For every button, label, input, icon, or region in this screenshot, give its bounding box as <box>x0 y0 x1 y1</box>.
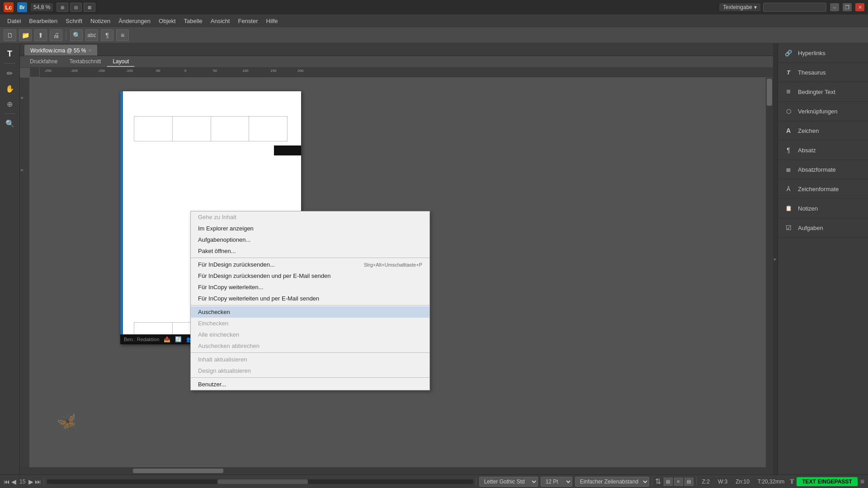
menu-datei[interactable]: Datei <box>4 16 24 26</box>
zoom-tool[interactable]: 🔍 <box>3 117 17 130</box>
menu-hilfe[interactable]: Hilfe <box>263 16 282 26</box>
new-file-button[interactable]: 🗋 <box>4 29 16 41</box>
panel-item-hyperlinks[interactable]: Hyperlinks <box>778 43 868 63</box>
canvas-main-area: -250 -200 -150 -100 -50 0 50 100 150 200… <box>20 68 773 474</box>
bottom-scroll-thumb[interactable] <box>217 479 308 484</box>
panel-item-zeichenformate[interactable]: Zeichenformate <box>778 179 868 199</box>
open-button[interactable]: 📁 <box>19 29 32 41</box>
ctx-label: Auschecken <box>198 309 230 315</box>
sub-tab-layout[interactable]: Layout <box>107 57 134 67</box>
ctx-gehe-zu-inhalt[interactable]: Gehe zu Inhalt <box>191 211 429 223</box>
menu-aenderungen[interactable]: Änderungen <box>115 16 154 26</box>
sub-tab-textabschnitt[interactable]: Textabschnitt <box>64 57 106 67</box>
last-page-button[interactable]: ⏭ <box>35 478 41 485</box>
zoom-display[interactable]: 54,8 % <box>31 3 53 11</box>
ctx-fuer-incopy-weiter[interactable]: Für InCopy weiterleiten... <box>191 282 429 293</box>
left-tool-panel: T ✏ ✋ ⊕ 🔍 <box>0 43 20 474</box>
ctx-fuer-indesign-zurueck[interactable]: Für InDesign zurücksenden... Strg+Alt+Um… <box>191 259 429 270</box>
context-menu: Gehe zu Inhalt Im Explorer anzeigen Aufg… <box>190 211 430 390</box>
menu-tabelle[interactable]: Tabelle <box>180 16 206 26</box>
bottom-hscroll[interactable] <box>47 479 473 484</box>
left-separator-2 <box>5 113 15 114</box>
scrollbar-thumb-h[interactable] <box>133 469 223 473</box>
panel-item-zeichen[interactable]: Zeichen <box>778 121 868 141</box>
pencil-tool[interactable]: ✏ <box>3 66 17 80</box>
vertical-scrollbar[interactable] <box>766 78 773 467</box>
search-button[interactable]: 🔍 <box>70 29 83 41</box>
align-left-button[interactable]: ▤ <box>664 478 673 486</box>
ctx-separator-4 <box>191 377 429 378</box>
canvas-scroll-area[interactable]: Ben.: Redaktion 📤 🔄 👥 🦋 Gehe zu Inhalt <box>30 78 766 467</box>
ctx-label: Für InDesign zurücksenden und per E-Mail… <box>198 272 330 279</box>
prev-page-button[interactable]: ◀ <box>11 478 16 485</box>
align-center-button[interactable]: ≡ <box>674 478 683 486</box>
view-mode-btn-3[interactable]: ⊠ <box>84 3 95 12</box>
statusbar-settings-icon[interactable]: ≡ <box>860 478 864 486</box>
text-tool[interactable]: T <box>3 47 17 61</box>
texteingabe-label: Texteingabe <box>723 4 752 10</box>
status-z: Z:2 <box>699 478 712 486</box>
ctx-fuer-indesign-mail[interactable]: Für InDesign zurücksenden und per E-Mail… <box>191 270 429 282</box>
menu-schrift[interactable]: Schrift <box>62 16 86 26</box>
print-button[interactable]: 🖨 <box>50 29 62 41</box>
font-size-dropdown[interactable]: 12 Pt <box>541 477 572 487</box>
font-family-dropdown[interactable]: Letter Gothic Std <box>479 477 538 487</box>
panel-item-verknuepfungen[interactable]: Verknüpfungen <box>778 102 868 121</box>
ctx-benutzer[interactable]: Benutzer... <box>191 379 429 390</box>
conditional-icon <box>783 87 793 97</box>
line-spacing-dropdown[interactable]: Einfacher Zeilenabstand <box>575 477 649 487</box>
right-panel: Hyperlinks Thesaurus Bedingter Text Verk… <box>778 43 868 474</box>
ctx-separator-2 <box>191 305 429 305</box>
doc-footer-icon-2: 🔄 <box>175 336 182 343</box>
ctx-aufgabenoptionen[interactable]: Aufgabenoptionen... <box>191 234 429 245</box>
view-mode-btn-1[interactable]: ⊞ <box>57 3 68 12</box>
status-sep-3 <box>652 478 652 486</box>
menu-notizen[interactable]: Notizen <box>87 16 114 26</box>
first-page-button[interactable]: ⏮ <box>4 478 10 485</box>
status-sep-1 <box>44 478 44 486</box>
tab-close-icon[interactable]: × <box>89 48 91 53</box>
scrollbar-thumb-v[interactable] <box>767 79 772 106</box>
paragraph-button[interactable]: ¶ <box>101 29 113 41</box>
panel-item-thesaurus[interactable]: Thesaurus <box>778 63 868 82</box>
align-button[interactable]: ≡ <box>116 29 129 41</box>
align-right-button[interactable]: ▤ <box>684 478 693 486</box>
next-page-button[interactable]: ▶ <box>28 478 33 485</box>
bridge-icon[interactable]: Br <box>17 2 27 12</box>
menu-objekt[interactable]: Objekt <box>155 16 179 26</box>
minimize-button[interactable]: – <box>830 3 839 11</box>
ruler-label-n200: -200 <box>71 69 78 73</box>
close-button[interactable]: ✕ <box>855 3 864 11</box>
upload-button[interactable]: ⬆ <box>34 29 47 41</box>
ctx-auschecken[interactable]: Auschecken <box>191 306 429 318</box>
hand-tool[interactable]: ✋ <box>3 82 17 95</box>
search-input[interactable] <box>763 3 826 12</box>
ctx-im-explorer[interactable]: Im Explorer anzeigen <box>191 223 429 234</box>
menu-ansicht[interactable]: Ansicht <box>207 16 234 26</box>
ruler-label-n50: -50 <box>155 69 160 73</box>
dropdown-arrow-icon: ▾ <box>754 4 757 10</box>
horizontal-scrollbar[interactable] <box>20 467 766 474</box>
panel-item-absatzformate[interactable]: Absatzformate <box>778 160 868 179</box>
menu-fenster[interactable]: Fenster <box>234 16 261 26</box>
active-tab[interactable]: Workflow.icma @ 55 % × <box>24 45 97 56</box>
view-mode-btn-2[interactable]: ⊟ <box>70 3 82 12</box>
panel-item-absatz[interactable]: Absatz <box>778 141 868 160</box>
status-w: W:3 <box>715 478 730 486</box>
texteingabe-dropdown[interactable]: Texteingabe ▾ <box>719 3 760 11</box>
ctx-fuer-incopy-mail[interactable]: Für InCopy weiterleiten und per E-Mail s… <box>191 293 429 304</box>
maximize-button[interactable]: ❐ <box>843 3 852 11</box>
menu-bearbeiten[interactable]: Bearbeiten <box>25 16 61 26</box>
crosshair-tool[interactable]: ⊕ <box>3 97 17 111</box>
panel-collapse-handle[interactable]: ▶ <box>773 43 778 474</box>
ctx-paket-oeffnen[interactable]: Paket öffnen... <box>191 245 429 257</box>
sub-tab-druckfahne[interactable]: Druckfahne <box>24 57 63 67</box>
spell-button[interactable]: abc <box>85 29 98 41</box>
panel-item-bedingter-text[interactable]: Bedingter Text <box>778 82 868 102</box>
panel-label-notizen: Notizen <box>798 205 818 212</box>
panel-item-notizen[interactable]: Notizen <box>778 199 868 218</box>
ctx-label: Gehe zu Inhalt <box>198 214 236 221</box>
panel-item-aufgaben[interactable]: Aufgaben <box>778 218 868 238</box>
text-eingepasst-badge[interactable]: TEXT EINGEPASST <box>797 477 857 486</box>
ctx-label: Einchecken <box>198 320 228 327</box>
